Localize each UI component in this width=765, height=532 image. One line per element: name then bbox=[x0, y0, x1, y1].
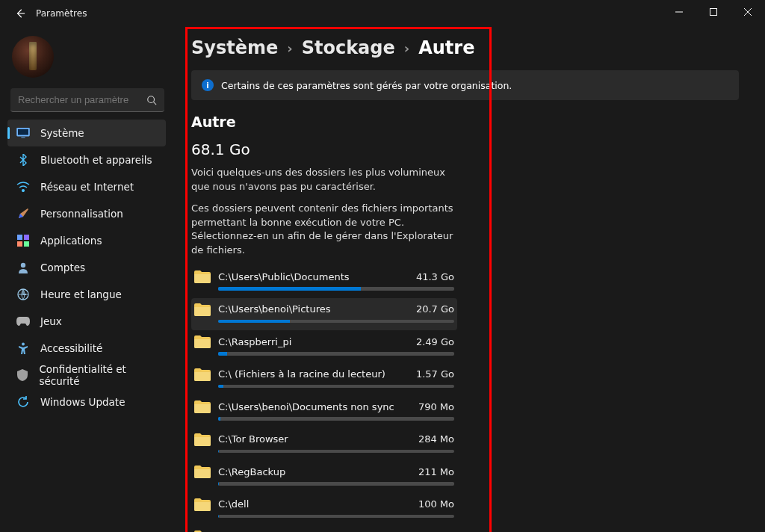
folder-size: 211 Mo bbox=[418, 466, 457, 477]
folder-path: C:\Users\benoi\Pictures bbox=[218, 303, 416, 315]
window-title: Paramètres bbox=[36, 8, 87, 19]
svg-point-14 bbox=[21, 263, 25, 267]
info-icon: i bbox=[202, 79, 214, 91]
network-icon bbox=[16, 180, 30, 194]
nav-item-label: Bluetooth et appareils bbox=[40, 154, 152, 166]
description-2: Ces dossiers peuvent contenir des fichie… bbox=[191, 202, 460, 258]
svg-rect-13 bbox=[24, 241, 29, 247]
chevron-right-icon: › bbox=[282, 40, 297, 56]
window-controls bbox=[662, 0, 765, 24]
nav-item-confidentialit-et-s-curit[interactable]: Confidentialité et sécurité bbox=[7, 362, 166, 389]
bluetooth-icon bbox=[16, 153, 30, 167]
folder-path: C:\RegBackup bbox=[218, 466, 418, 477]
svg-point-4 bbox=[148, 96, 155, 102]
nav-item-personnalisation[interactable]: Personnalisation bbox=[7, 200, 166, 227]
folder-icon bbox=[194, 400, 211, 413]
nav-item-heure-et-langue[interactable]: Heure et langue bbox=[7, 281, 166, 308]
nav-item-label: Jeux bbox=[40, 315, 62, 327]
nav-item-label: Comptes bbox=[40, 262, 85, 273]
system-icon bbox=[16, 126, 30, 140]
nav-item-jeux[interactable]: Jeux bbox=[7, 308, 166, 335]
svg-line-5 bbox=[154, 102, 157, 105]
folder-icon bbox=[194, 303, 211, 316]
folder-size: 790 Mo bbox=[418, 401, 457, 412]
usage-bar bbox=[218, 515, 454, 519]
folder-size: 2.49 Go bbox=[416, 336, 457, 347]
nav-item-label: Réseau et Internet bbox=[40, 181, 134, 193]
nav-item-comptes[interactable]: Comptes bbox=[7, 254, 166, 281]
folder-item[interactable]: C:\dell100 Mo bbox=[191, 493, 457, 526]
usage-bar bbox=[218, 450, 454, 454]
folder-item[interactable]: C:\Users\benoi\Pictures20.7 Go bbox=[191, 298, 457, 331]
folder-item[interactable]: C:\RegBackup211 Mo bbox=[191, 460, 457, 493]
folder-icon bbox=[194, 465, 211, 478]
folder-item[interactable]: C:\verrou78.0 Mo bbox=[191, 525, 457, 532]
svg-rect-1 bbox=[710, 9, 717, 16]
breadcrumb-system[interactable]: Système bbox=[191, 37, 278, 58]
folder-list: C:\Users\Public\Documents41.3 GoC:\Users… bbox=[191, 265, 457, 532]
usage-bar bbox=[218, 385, 454, 389]
search-icon bbox=[146, 95, 157, 105]
nav-item-label: Système bbox=[40, 127, 84, 139]
breadcrumb: Système › Stockage › Autre bbox=[191, 37, 750, 58]
nav-item-r-seau-et-internet[interactable]: Réseau et Internet bbox=[7, 173, 166, 200]
svg-point-16 bbox=[22, 343, 25, 346]
folder-path: C:\Users\Public\Documents bbox=[218, 271, 416, 282]
description-1: Voici quelques-uns des dossiers les plus… bbox=[191, 166, 460, 194]
privacy-icon bbox=[16, 368, 28, 382]
folder-size: 1.57 Go bbox=[416, 368, 457, 380]
nav-list: SystèmeBluetooth et appareilsRéseau et I… bbox=[4, 120, 169, 415]
nav-item-windows-update[interactable]: Windows Update bbox=[7, 389, 166, 415]
folder-icon bbox=[194, 270, 211, 283]
nav-item-applications[interactable]: Applications bbox=[7, 227, 166, 254]
total-size: 68.1 Go bbox=[191, 140, 750, 158]
usage-bar bbox=[218, 352, 454, 356]
folder-path: C:\ (Fichiers à la racine du lecteur) bbox=[218, 368, 416, 380]
folder-size: 20.7 Go bbox=[416, 303, 457, 315]
folder-icon bbox=[194, 368, 211, 381]
folder-icon bbox=[194, 433, 211, 446]
usage-bar bbox=[218, 287, 454, 291]
breadcrumb-other: Autre bbox=[418, 37, 474, 58]
nav-item-accessibilit[interactable]: Accessibilité bbox=[7, 335, 166, 362]
folder-item[interactable]: C:\ (Fichiers à la racine du lecteur)1.5… bbox=[191, 363, 457, 396]
svg-rect-11 bbox=[24, 235, 29, 240]
title-bar: Paramètres bbox=[0, 0, 765, 27]
nav-item-bluetooth-et-appareils[interactable]: Bluetooth et appareils bbox=[7, 146, 166, 173]
folder-item[interactable]: C:\Raspberri_pi2.49 Go bbox=[191, 330, 457, 363]
folder-item[interactable]: C:\Users\Public\Documents41.3 Go bbox=[191, 265, 457, 298]
folder-path: C:\dell bbox=[218, 498, 418, 510]
navigation-pane: SystèmeBluetooth et appareilsRéseau et I… bbox=[0, 27, 173, 532]
banner-text: Certains de ces paramètres sont gérés pa… bbox=[221, 80, 512, 91]
time-lang-icon bbox=[16, 288, 30, 301]
folder-size: 41.3 Go bbox=[416, 271, 457, 282]
accessibility-icon bbox=[16, 341, 30, 355]
usage-bar bbox=[218, 320, 454, 324]
svg-rect-8 bbox=[21, 136, 25, 138]
folder-size: 284 Mo bbox=[418, 433, 457, 445]
usage-bar bbox=[218, 482, 454, 486]
person-icon bbox=[16, 261, 30, 274]
nav-item-label: Personnalisation bbox=[40, 208, 123, 220]
back-button[interactable] bbox=[10, 4, 30, 23]
user-avatar[interactable] bbox=[12, 36, 54, 78]
svg-point-9 bbox=[22, 190, 25, 192]
folder-item[interactable]: C:\Users\benoi\Documents non sync790 Mo bbox=[191, 395, 457, 428]
chevron-right-icon: › bbox=[400, 40, 414, 56]
maximize-button[interactable] bbox=[696, 0, 731, 24]
main-content: Système › Stockage › Autre i Certains de… bbox=[173, 27, 765, 532]
minimize-button[interactable] bbox=[662, 0, 696, 24]
folder-icon bbox=[194, 498, 211, 511]
org-policy-banner: i Certains de ces paramètres sont gérés … bbox=[191, 70, 739, 100]
breadcrumb-storage[interactable]: Stockage bbox=[302, 37, 395, 58]
brush-icon bbox=[16, 207, 30, 220]
close-button[interactable] bbox=[731, 0, 765, 24]
folder-item[interactable]: C:\Tor Browser284 Mo bbox=[191, 428, 457, 461]
search-box[interactable] bbox=[10, 88, 164, 112]
svg-rect-7 bbox=[18, 129, 28, 135]
nav-item-syst-me[interactable]: Système bbox=[7, 120, 166, 146]
folder-path: C:\Tor Browser bbox=[218, 433, 418, 445]
update-icon bbox=[16, 395, 30, 409]
search-input[interactable] bbox=[18, 94, 146, 105]
nav-item-label: Confidentialité et sécurité bbox=[39, 363, 158, 387]
